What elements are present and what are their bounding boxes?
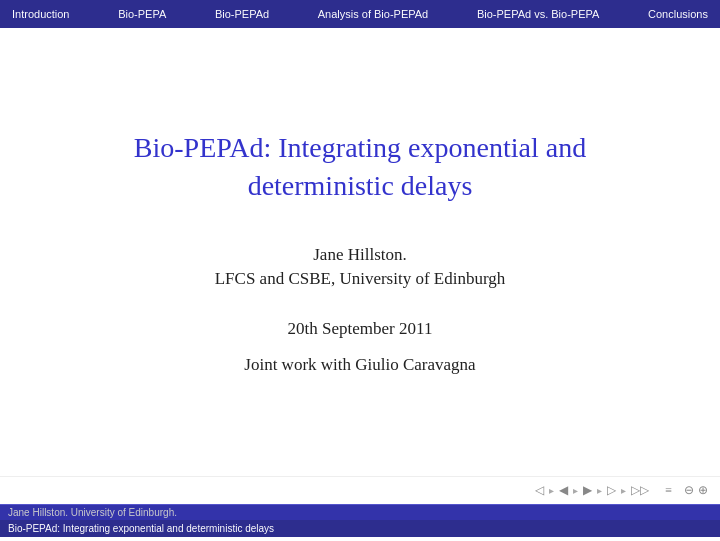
slide-content: Bio-PEPAd: Integrating exponential and d… bbox=[0, 28, 720, 476]
nav-prev-icon[interactable]: ◀ bbox=[559, 483, 568, 498]
ctrl-sep4: ▸ bbox=[621, 485, 626, 496]
footer-title: Bio-PEPAd: Integrating exponential and d… bbox=[0, 520, 720, 537]
author-name: Jane Hillston. bbox=[215, 245, 506, 265]
author-affiliation: LFCS and CSBE, University of Edinburgh bbox=[215, 269, 506, 289]
presentation-date: 20th September 2011 bbox=[288, 319, 433, 339]
nav-first-icon[interactable]: ◁ bbox=[535, 483, 544, 498]
nav-item-biopepa[interactable]: Bio-PEPA bbox=[106, 0, 178, 28]
zoom-in-icon[interactable]: ⊕ bbox=[698, 483, 708, 498]
joint-work: Joint work with Giulio Caravagna bbox=[244, 355, 475, 375]
author-block: Jane Hillston. LFCS and CSBE, University… bbox=[215, 245, 506, 289]
nav-end-icon[interactable]: ▷▷ bbox=[631, 483, 649, 498]
slide-title: Bio-PEPAd: Integrating exponential and d… bbox=[134, 129, 586, 205]
nav-next-icon[interactable]: ▶ bbox=[583, 483, 592, 498]
nav-item-introduction[interactable]: Introduction bbox=[0, 0, 81, 28]
nav-last-icon[interactable]: ▷ bbox=[607, 483, 616, 498]
ctrl-sep3: ▸ bbox=[597, 485, 602, 496]
title-line1: Bio-PEPAd: Integrating exponential and bbox=[134, 132, 586, 163]
slide-controls: ◁ ▸ ◀ ▸ ▶ ▸ ▷ ▸ ▷▷ ≡ ⊖ ⊕ bbox=[0, 476, 720, 504]
controls-row: ◁ ▸ ◀ ▸ ▶ ▸ ▷ ▸ ▷▷ ≡ ⊖ ⊕ bbox=[535, 482, 708, 500]
ctrl-sep2: ▸ bbox=[573, 485, 578, 496]
zoom-out-icon[interactable]: ⊖ bbox=[684, 483, 694, 498]
top-navigation: Introduction Bio-PEPA Bio-PEPAd Analysis… bbox=[0, 0, 720, 28]
menu-icon[interactable]: ≡ bbox=[665, 483, 672, 498]
footer: Jane Hillston. University of Edinburgh. … bbox=[0, 504, 720, 537]
nav-item-biopepad[interactable]: Bio-PEPAd bbox=[203, 0, 281, 28]
nav-item-analysis[interactable]: Analysis of Bio-PEPAd bbox=[306, 0, 440, 28]
ctrl-sep1: ▸ bbox=[549, 485, 554, 496]
nav-item-conclusions[interactable]: Conclusions bbox=[636, 0, 720, 28]
footer-author: Jane Hillston. University of Edinburgh. bbox=[0, 504, 720, 520]
nav-item-vs[interactable]: Bio-PEPAd vs. Bio-PEPA bbox=[465, 0, 611, 28]
title-line2: deterministic delays bbox=[248, 170, 473, 201]
